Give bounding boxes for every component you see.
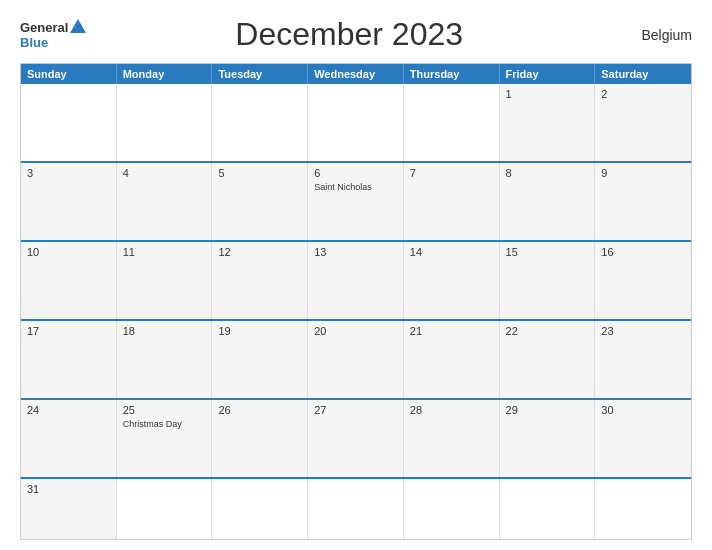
day-cell-22: 22 (500, 321, 596, 398)
day-cell-2: 2 (595, 84, 691, 161)
day-cell-21: 21 (404, 321, 500, 398)
header-monday: Monday (117, 64, 213, 84)
day-cell-6: 6 Saint Nicholas (308, 163, 404, 240)
day-cell-11: 11 (117, 242, 213, 319)
day-cell-8: 8 (500, 163, 596, 240)
day-cell-empty-4 (308, 84, 404, 161)
week-6: 31 (21, 477, 691, 539)
day-cell-20: 20 (308, 321, 404, 398)
day-cell-empty-w6-5 (404, 479, 500, 539)
day-cell-5: 5 (212, 163, 308, 240)
logo: General Blue (20, 19, 86, 50)
day-cell-empty-w6-2 (117, 479, 213, 539)
day-cell-23: 23 (595, 321, 691, 398)
day-cell-27: 27 (308, 400, 404, 477)
day-cell-31: 31 (21, 479, 117, 539)
week-4: 17 18 19 20 21 22 23 (21, 319, 691, 398)
day-cell-14: 14 (404, 242, 500, 319)
day-cell-17: 17 (21, 321, 117, 398)
calendar-title: December 2023 (86, 16, 612, 53)
day-cell-3: 3 (21, 163, 117, 240)
week-2: 3 4 5 6 Saint Nicholas 7 8 (21, 161, 691, 240)
header: General Blue December 2023 Belgium (20, 16, 692, 53)
logo-triangle-icon (70, 19, 86, 33)
country-label: Belgium (612, 27, 692, 43)
day-cell-16: 16 (595, 242, 691, 319)
header-tuesday: Tuesday (212, 64, 308, 84)
header-saturday: Saturday (595, 64, 691, 84)
weeks-container: 1 2 3 4 5 6 Saint Nicholas (21, 84, 691, 539)
header-sunday: Sunday (21, 64, 117, 84)
week-3: 10 11 12 13 14 15 16 (21, 240, 691, 319)
day-cell-10: 10 (21, 242, 117, 319)
day-cell-24: 24 (21, 400, 117, 477)
calendar-grid: Sunday Monday Tuesday Wednesday Thursday… (20, 63, 692, 540)
day-cell-15: 15 (500, 242, 596, 319)
day-cell-4: 4 (117, 163, 213, 240)
day-cell-29: 29 (500, 400, 596, 477)
day-cell-18: 18 (117, 321, 213, 398)
day-cell-12: 12 (212, 242, 308, 319)
day-cell-19: 19 (212, 321, 308, 398)
day-cell-1: 1 (500, 84, 596, 161)
header-wednesday: Wednesday (308, 64, 404, 84)
day-cell-9: 9 (595, 163, 691, 240)
day-cell-13: 13 (308, 242, 404, 319)
day-cell-empty-w6-6 (500, 479, 596, 539)
day-cell-empty-5 (404, 84, 500, 161)
day-cell-7: 7 (404, 163, 500, 240)
day-cell-empty-w6-3 (212, 479, 308, 539)
logo-general-text: General (20, 20, 68, 35)
logo-blue-text: Blue (20, 35, 48, 50)
header-friday: Friday (500, 64, 596, 84)
day-cell-empty-w6-7 (595, 479, 691, 539)
day-cell-empty-w6-4 (308, 479, 404, 539)
day-cell-30: 30 (595, 400, 691, 477)
day-cell-empty-2 (117, 84, 213, 161)
calendar-page: General Blue December 2023 Belgium Sunda… (0, 0, 712, 550)
day-cell-empty-3 (212, 84, 308, 161)
day-cell-empty-1 (21, 84, 117, 161)
week-1: 1 2 (21, 84, 691, 161)
day-headers-row: Sunday Monday Tuesday Wednesday Thursday… (21, 64, 691, 84)
header-thursday: Thursday (404, 64, 500, 84)
day-cell-26: 26 (212, 400, 308, 477)
day-cell-28: 28 (404, 400, 500, 477)
week-5: 24 25 Christmas Day 26 27 28 29 (21, 398, 691, 477)
day-cell-25: 25 Christmas Day (117, 400, 213, 477)
